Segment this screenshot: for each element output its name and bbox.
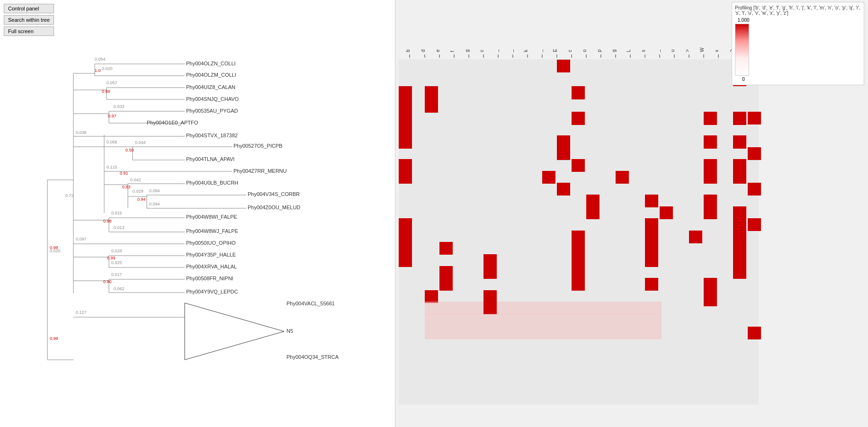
svg-text:d: d — [421, 49, 426, 52]
svg-rect-116 — [733, 159, 746, 172]
tick-marks — [410, 54, 748, 58]
svg-rect-99 — [425, 86, 438, 99]
svg-rect-136 — [689, 231, 702, 243]
bl-020: 0.020 — [102, 66, 113, 71]
label-strca: Phy004OQ34_STRCA — [286, 354, 339, 360]
svg-rect-134 — [572, 231, 585, 243]
bl-013: 0.013 — [114, 225, 125, 230]
svg-rect-120 — [704, 171, 717, 184]
bs-091: 0.91 — [120, 171, 128, 176]
label-opiho: Phy0050IUO_OPIHO — [186, 240, 236, 246]
label-olzm: Phy004OLZM_COLLI — [186, 72, 236, 78]
svg-rect-147 — [733, 254, 746, 267]
svg-text:e: e — [435, 49, 440, 52]
svg-rect-153 — [572, 278, 585, 291]
bs-098c: 0.98 — [50, 245, 58, 250]
svg-rect-105 — [704, 112, 717, 125]
svg-rect-151 — [733, 266, 746, 279]
svg-rect-108 — [399, 135, 412, 149]
svg-text:x: x — [714, 50, 719, 52]
svg-rect-150 — [572, 266, 585, 279]
svg-rect-157 — [483, 290, 497, 303]
bs-099: 0.99 — [107, 256, 116, 260]
svg-rect-110 — [704, 135, 717, 149]
svg-text:_: _ — [494, 49, 499, 53]
bl-097: 0.097 — [76, 237, 87, 241]
bs-090: 0.90 — [103, 279, 112, 284]
svg-rect-146 — [645, 254, 658, 267]
svg-rect-135 — [645, 231, 658, 243]
label-bucrh: Phy004U0LB_BUCRH — [186, 180, 238, 186]
svg-rect-140 — [572, 242, 585, 255]
bl-084: 0.084 — [149, 188, 160, 193]
svg-rect-160 — [425, 314, 662, 327]
legend-title: Profiling ['b', 'd', 'e', 'f', 'g', 'h',… — [735, 5, 861, 16]
svg-text:b: b — [405, 49, 411, 52]
label-apavi: Phy004TLNA_APAVI — [186, 156, 234, 162]
bl-127: 0.127 — [76, 310, 87, 315]
svg-rect-165 — [748, 147, 761, 160]
svg-text:p: p — [597, 49, 602, 52]
svg-text:c: c — [479, 50, 484, 52]
svg-rect-121 — [733, 171, 746, 184]
label-halal: Phy004XRVA_HALAL — [186, 264, 237, 269]
svg-rect-131 — [645, 218, 658, 231]
svg-rect-159 — [483, 302, 497, 314]
svg-rect-162 — [748, 327, 761, 339]
svg-text:_: _ — [538, 49, 543, 53]
svg-marker-45 — [185, 303, 284, 360]
label-aptfo: Phy004O1E0_APTFO — [147, 120, 198, 125]
svg-text:g: g — [611, 49, 617, 52]
bl-042: 0.042 — [130, 178, 141, 182]
svg-rect-127 — [660, 206, 673, 219]
svg-text:o: o — [582, 49, 587, 52]
svg-rect-145 — [572, 254, 585, 267]
svg-rect-115 — [704, 159, 717, 172]
svg-text:_: _ — [655, 49, 661, 53]
svg-rect-142 — [733, 242, 746, 255]
svg-rect-102 — [425, 99, 438, 113]
svg-rect-104 — [572, 112, 585, 125]
label-n5: N5 — [286, 328, 293, 334]
bl-015: 0.015 — [111, 211, 122, 215]
svg-rect-152 — [439, 278, 453, 291]
bl-068: 0.068 — [107, 140, 117, 144]
svg-rect-149 — [483, 266, 497, 279]
svg-rect-122 — [557, 183, 570, 196]
svg-rect-166 — [748, 183, 761, 196]
svg-rect-98 — [399, 86, 412, 99]
label-corbr: Phy004V34S_CORBR — [248, 191, 300, 197]
svg-rect-155 — [704, 278, 717, 306]
label-stvx: Phy004STVX_187382 — [186, 133, 238, 138]
svg-rect-100 — [572, 86, 585, 99]
label-lepdc: Phy004Y9VQ_LEPDC — [186, 289, 238, 294]
bs-097: 0.97 — [108, 114, 116, 118]
tree-panel: Phy004OLZN_COLLI Phy004OLZM_COLLI Phy004… — [0, 0, 395, 427]
svg-rect-125 — [704, 195, 717, 207]
svg-text:W: W — [699, 47, 705, 52]
svg-text:E: E — [553, 49, 558, 52]
svg-text:g: g — [465, 49, 470, 52]
svg-rect-139 — [439, 242, 453, 255]
svg-rect-164 — [748, 112, 761, 125]
bl-025: 0.025 — [111, 260, 122, 265]
legend-box: Profiling ['b', 'd', 'e', 'f', 'g', 'h',… — [732, 2, 864, 85]
svg-text:u: u — [670, 49, 675, 52]
label-pygad: Phy00535AU_PYGAD — [186, 108, 238, 114]
svg-text:f: f — [450, 51, 455, 52]
svg-rect-112 — [557, 147, 570, 160]
svg-rect-130 — [399, 218, 412, 231]
label-melud: Phy004Z0OU_MELUD — [248, 205, 300, 210]
label-uiz8: Phy004UIZ8_CALAN — [186, 84, 235, 90]
bs-050: 0.50 — [125, 148, 134, 152]
svg-rect-95 — [557, 60, 570, 72]
svg-rect-124 — [645, 195, 658, 207]
svg-rect-101 — [399, 99, 412, 113]
tree-svg: Phy004OLZN_COLLI Phy004OLZM_COLLI Phy004… — [0, 0, 395, 427]
bl-044: 0.044 — [135, 140, 146, 145]
svg-rect-107 — [399, 124, 412, 137]
bl-115: 0.115 — [107, 165, 117, 169]
svg-rect-114 — [572, 159, 585, 172]
svg-rect-158 — [425, 302, 662, 314]
svg-text:s: s — [641, 50, 646, 52]
